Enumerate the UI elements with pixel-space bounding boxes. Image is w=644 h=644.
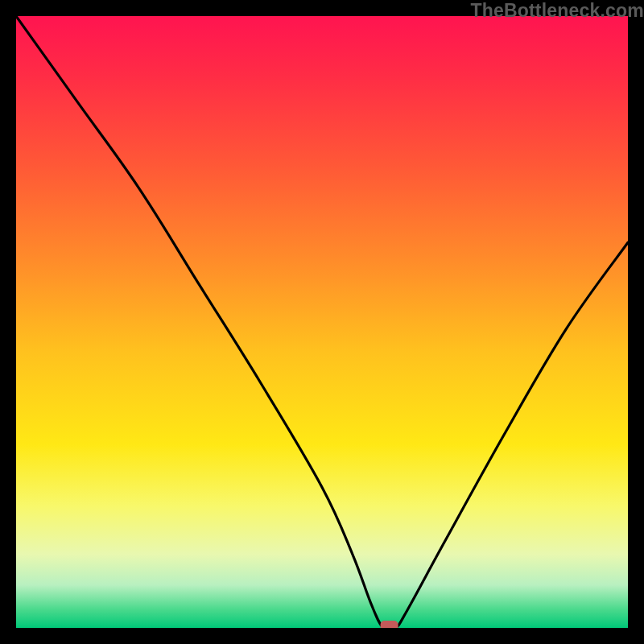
watermark-text: TheBottleneck.com [470, 0, 644, 22]
bottleneck-chart [16, 16, 628, 628]
gradient-background [16, 16, 628, 628]
bottleneck-marker [381, 621, 398, 628]
chart-frame [16, 16, 628, 628]
